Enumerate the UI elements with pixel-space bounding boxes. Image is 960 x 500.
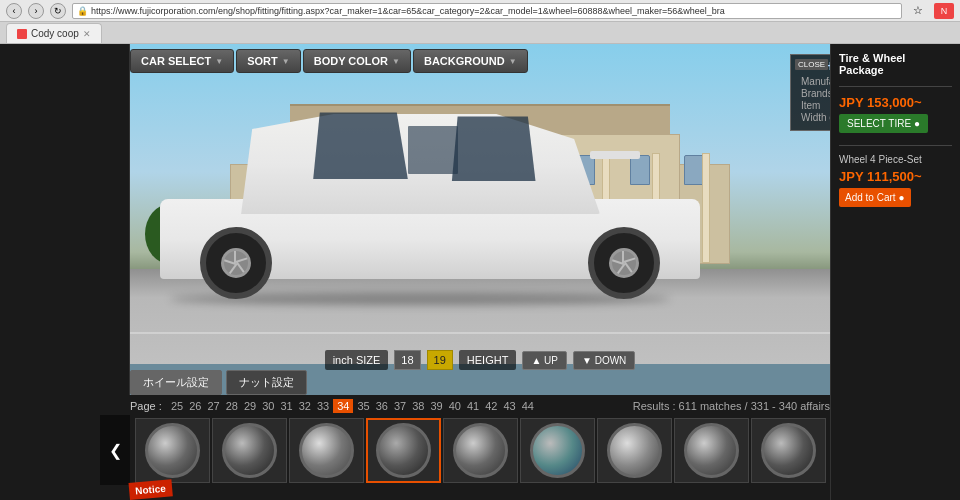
page-40[interactable]: 40: [447, 399, 463, 413]
car-select-label: CAR SELECT: [141, 55, 211, 67]
tab-buttons: ホイール設定 ナット設定: [130, 370, 307, 395]
add-to-cart-icon: ●: [899, 192, 905, 203]
car-side-window: [408, 126, 458, 174]
right-panel: Tire & Wheel Package JPY 153,000~ SELECT…: [830, 44, 960, 500]
page-41[interactable]: 41: [465, 399, 481, 413]
road-line: [0, 332, 960, 334]
body-color-button[interactable]: BODY COLOR ▼: [303, 49, 411, 73]
nut-settings-tab[interactable]: ナット設定: [226, 370, 307, 395]
height-down-button[interactable]: ▼ DOWN: [573, 351, 635, 370]
tab-favicon: [17, 29, 27, 39]
gallery-item-7[interactable]: [597, 418, 672, 483]
car-select-button[interactable]: CAR SELECT ▼: [130, 49, 234, 73]
inch-size-text: inch SIZE: [333, 354, 381, 366]
page-32[interactable]: 32: [297, 399, 313, 413]
main-content: CAR SELECT ▼ SORT ▼ BODY COLOR ▼ BACKGRO…: [0, 44, 960, 500]
refresh-button[interactable]: ↻: [50, 3, 66, 19]
divider-2: [839, 145, 952, 146]
gallery-items: [135, 414, 826, 487]
gallery-item-2[interactable]: [212, 418, 287, 483]
select-tire-label: SELECT TIRE: [847, 118, 911, 129]
results-text: Results : 611 matches / 331 - 340 affair…: [633, 400, 830, 412]
add-to-cart-label: Add to Cart: [845, 192, 896, 203]
wheel-info-close-button[interactable]: CLOSE: [795, 59, 828, 70]
page-43[interactable]: 43: [501, 399, 517, 413]
wheel-front: [200, 227, 272, 299]
select-tire-button[interactable]: SELECT TIRE ●: [839, 114, 928, 133]
tab-bar: Cody coop ✕: [0, 22, 960, 44]
gallery-item-5[interactable]: [443, 418, 518, 483]
url-bar[interactable]: 🔒 https://www.fujicorporation.com/eng/sh…: [72, 3, 902, 19]
page-44[interactable]: 44: [520, 399, 536, 413]
forward-button[interactable]: ›: [28, 3, 44, 19]
extension-icon[interactable]: N: [934, 3, 954, 19]
price-1: JPY 153,000~: [839, 95, 952, 110]
page-36[interactable]: 36: [374, 399, 390, 413]
back-button[interactable]: ‹: [6, 3, 22, 19]
wheel-settings-tab[interactable]: ホイール設定: [130, 370, 222, 395]
select-tire-arrow-icon: ●: [914, 118, 920, 129]
background-button[interactable]: BACKGROUND ▼: [413, 49, 528, 73]
gallery-item-1[interactable]: [135, 418, 210, 483]
car-select-arrow-icon: ▼: [215, 57, 223, 66]
page-39[interactable]: 39: [428, 399, 444, 413]
body-color-label: BODY COLOR: [314, 55, 388, 67]
notice-label: Notice: [135, 483, 166, 497]
wheel-set-label: Wheel 4 Piece-Set: [839, 154, 952, 165]
wheel-center-rear: [609, 248, 639, 278]
browser-chrome: ‹ › ↻ 🔒 https://www.fujicorporation.com/…: [0, 0, 960, 22]
page-25[interactable]: 25: [169, 399, 185, 413]
page-label: Page :: [130, 400, 162, 412]
page-31[interactable]: 31: [278, 399, 294, 413]
page-30[interactable]: 30: [260, 399, 276, 413]
sort-arrow-icon: ▼: [282, 57, 290, 66]
wheel-center-front: [221, 248, 251, 278]
car-spoiler: [590, 151, 640, 159]
gallery-item-8[interactable]: [674, 418, 749, 483]
sort-label: SORT: [247, 55, 278, 67]
wheel-rear: [588, 227, 660, 299]
height-text: HEIGHT: [467, 354, 509, 366]
page-34[interactable]: 34: [333, 399, 353, 413]
size-19-button[interactable]: 19: [427, 350, 453, 370]
controls-bar: inch SIZE 18 19 HEIGHT ▲ UP ▼ DOWN: [0, 350, 960, 370]
page-42[interactable]: 42: [483, 399, 499, 413]
page-35[interactable]: 35: [355, 399, 371, 413]
right-panel-title: Tire & Wheel Package: [839, 52, 952, 76]
top-toolbar: CAR SELECT ▼ SORT ▼ BODY COLOR ▼ BACKGRO…: [130, 44, 528, 78]
tab-close-icon[interactable]: ✕: [83, 29, 91, 39]
divider-1: [839, 86, 952, 87]
page-29[interactable]: 29: [242, 399, 258, 413]
height-label: HEIGHT: [459, 350, 517, 370]
body-color-arrow-icon: ▼: [392, 57, 400, 66]
page-28[interactable]: 28: [224, 399, 240, 413]
add-to-cart-button[interactable]: Add to Cart ●: [839, 188, 911, 207]
page-26[interactable]: 26: [187, 399, 203, 413]
tab-title: Cody coop: [31, 28, 79, 39]
url-text: https://www.fujicorporation.com/eng/shop…: [91, 6, 725, 16]
page-37[interactable]: 37: [392, 399, 408, 413]
inch-size-label: inch SIZE: [325, 350, 389, 370]
background-label: BACKGROUND: [424, 55, 505, 67]
sort-button[interactable]: SORT ▼: [236, 49, 300, 73]
gallery-item-4[interactable]: [366, 418, 441, 483]
gallery-item-6[interactable]: [520, 418, 595, 483]
active-tab[interactable]: Cody coop ✕: [6, 23, 102, 43]
page-27[interactable]: 27: [205, 399, 221, 413]
gallery-item-9[interactable]: [751, 418, 826, 483]
gallery-scroll: ❮: [0, 415, 960, 485]
gallery-header: Page : 25 26 27 28 29 30 31 32 33 34 35 …: [0, 395, 960, 415]
price-2: JPY 111,500~: [839, 169, 952, 184]
page-38[interactable]: 38: [410, 399, 426, 413]
size-18-button[interactable]: 18: [394, 350, 420, 370]
height-up-button[interactable]: ▲ UP: [522, 351, 567, 370]
car-body: [140, 129, 720, 309]
background-arrow-icon: ▼: [509, 57, 517, 66]
star-icon[interactable]: ☆: [908, 3, 928, 19]
gallery-left-arrow[interactable]: ❮: [100, 415, 130, 485]
gallery-item-3[interactable]: [289, 418, 364, 483]
car-display: [140, 129, 720, 309]
page-numbers: Page : 25 26 27 28 29 30 31 32 33 34 35 …: [130, 399, 536, 413]
page-33[interactable]: 33: [315, 399, 331, 413]
lock-icon: 🔒: [77, 6, 88, 16]
